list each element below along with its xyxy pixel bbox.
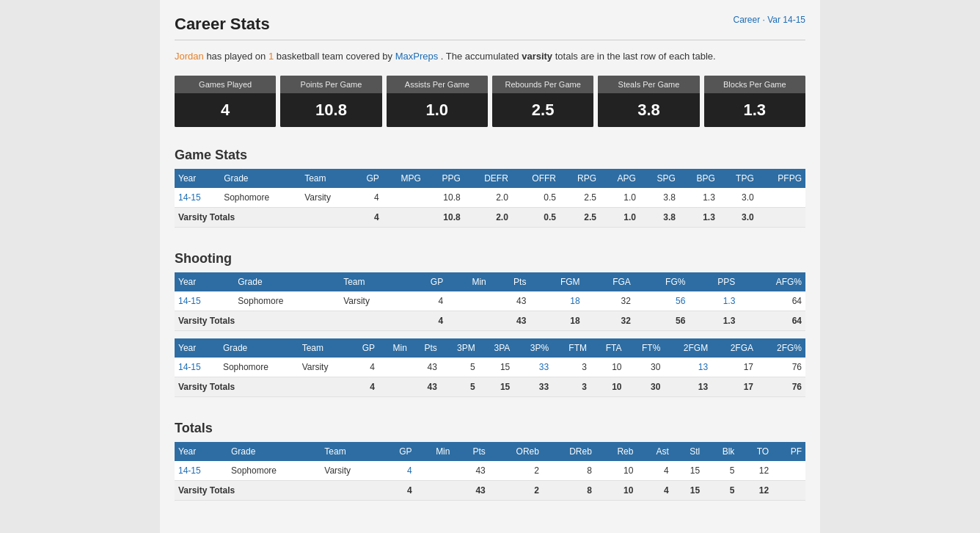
cell-team: Varsity	[340, 291, 406, 311]
breadcrumb[interactable]: Career · Var 14-15	[734, 15, 806, 25]
intro-text: Jordan has played on 1 basketball team c…	[175, 49, 805, 64]
team-count: 1	[268, 51, 274, 62]
card-assists-per-game: Assists Per Game 1.0	[387, 76, 488, 127]
page-wrapper: Career Stats Career · Var 14-15 Jordan h…	[160, 0, 820, 533]
cell-fta: 10	[590, 358, 626, 377]
brand-name: MaxPreps	[395, 51, 439, 62]
totals-label: Varsity Totals	[175, 311, 407, 330]
col-pfpg: PFPG	[758, 169, 805, 188]
cell-team: Varsity	[321, 461, 380, 481]
cell-stl: 15	[673, 461, 703, 481]
card-value-games-played: 4	[175, 93, 276, 127]
totals-row: Varsity Totals 4 10.8 2.0 0.5 2.5 1.0 3.…	[175, 207, 805, 227]
totals-rpg: 2.5	[560, 207, 600, 227]
cell-year[interactable]: 14-15	[175, 188, 220, 208]
cell-pps: 1.3	[689, 291, 739, 311]
col-year: Year	[175, 272, 234, 291]
col-stl: Stl	[673, 442, 703, 461]
card-label-assists-per-game: Assists Per Game	[387, 76, 488, 93]
cell-to: 12	[738, 461, 772, 481]
col-afgpct: AFG%	[739, 272, 805, 291]
cell-min	[416, 461, 454, 481]
totals-defr: 2.0	[464, 207, 512, 227]
cell-ppg: 10.8	[425, 188, 464, 208]
cell-year[interactable]: 14-15	[175, 358, 219, 377]
cell-grade: Sophomore	[219, 358, 299, 377]
totals-2fgpct: 76	[757, 377, 805, 396]
cell-ftpct: 30	[626, 358, 665, 377]
col-team: Team	[321, 442, 380, 461]
cell-pts: 43	[411, 358, 441, 377]
card-label-rebounds-per-game: Rebounds Per Game	[492, 76, 593, 93]
col-3pa: 3PA	[479, 338, 514, 358]
page-title: Career Stats	[175, 15, 270, 34]
cell-oreb: 2	[489, 461, 543, 481]
card-value-assists-per-game: 1.0	[387, 93, 488, 127]
col-2fgpct: 2FG%	[757, 338, 805, 358]
cell-pts: 43	[490, 291, 530, 311]
col-pts: Pts	[411, 338, 441, 358]
shooting-title: Shooting	[175, 251, 805, 266]
col-ppg: PPG	[425, 169, 464, 188]
col-fga: FGA	[584, 272, 635, 291]
totals-fga: 32	[584, 311, 635, 330]
totals-bpg: 1.3	[679, 207, 719, 227]
game-stats-table: Year Grade Team GP MPG PPG DEFR OFFR RPG…	[175, 169, 805, 228]
totals-afgpct: 64	[739, 311, 805, 330]
table-row: 14-15 Sophomore Varsity 4 43 5 15 33 3 1…	[175, 358, 805, 377]
col-dreb: DReb	[543, 442, 596, 461]
col-grade: Grade	[219, 338, 299, 358]
col-spg: SPG	[640, 169, 679, 188]
cell-3ppct: 33	[513, 358, 552, 377]
totals-2fgm: 13	[664, 377, 712, 396]
cell-gp: 4	[348, 358, 379, 377]
cell-blk: 5	[703, 461, 738, 481]
shooting-table-2: Year Grade Team GP Min Pts 3PM 3PA 3P% F…	[175, 338, 805, 397]
card-label-steals-per-game: Steals Per Game	[598, 76, 699, 93]
totals-mpg	[383, 207, 425, 227]
totals-spg: 3.8	[640, 207, 679, 227]
cell-team: Varsity	[299, 358, 349, 377]
totals-pts: 43	[453, 480, 489, 500]
summary-cards: Games Played 4 Points Per Game 10.8 Assi…	[175, 76, 805, 127]
col-team: Team	[340, 272, 406, 291]
col-pts: Pts	[453, 442, 489, 461]
totals-to: 12	[738, 480, 772, 500]
col-apg: APG	[600, 169, 640, 188]
col-grade: Grade	[234, 272, 340, 291]
col-gp: GP	[348, 338, 379, 358]
col-defr: DEFR	[464, 169, 512, 188]
totals-min	[379, 377, 411, 396]
cell-year[interactable]: 14-15	[175, 461, 227, 481]
totals-offr: 0.5	[512, 207, 560, 227]
shooting-section: Shooting Year Grade Team GP Min Pts FGM …	[175, 251, 805, 397]
totals-label: Varsity Totals	[175, 377, 348, 396]
totals-pts: 43	[411, 377, 441, 396]
totals-stl: 15	[673, 480, 703, 500]
totals-pfpg	[758, 207, 805, 227]
totals-pps: 1.3	[689, 311, 739, 330]
totals-label: Varsity Totals	[175, 480, 380, 500]
table-row: 14-15 Sophomore Varsity 4 43 2 8 10 4 15…	[175, 461, 805, 481]
col-min: Min	[379, 338, 411, 358]
col-blk: Blk	[703, 442, 738, 461]
totals-ast: 4	[637, 480, 672, 500]
col-min: Min	[416, 442, 454, 461]
totals-ftpct: 30	[626, 377, 665, 396]
card-steals-per-game: Steals Per Game 3.8	[598, 76, 699, 127]
cell-pts: 43	[453, 461, 489, 481]
col-gp: GP	[407, 272, 447, 291]
cell-year[interactable]: 14-15	[175, 291, 234, 311]
totals-section: Totals Year Grade Team GP Min Pts OReb D…	[175, 421, 805, 501]
totals-gp: 4	[407, 311, 447, 330]
player-name: Jordan	[175, 51, 204, 62]
col-ftpct: FT%	[626, 338, 665, 358]
totals-label: Varsity Totals	[175, 207, 352, 227]
col-oreb: OReb	[489, 442, 543, 461]
col-offr: OFFR	[512, 169, 560, 188]
card-label-points-per-game: Points Per Game	[280, 76, 381, 93]
totals-gp: 4	[352, 207, 383, 227]
col-grade: Grade	[227, 442, 321, 461]
totals-fgm: 18	[530, 311, 583, 330]
card-games-played: Games Played 4	[175, 76, 276, 127]
